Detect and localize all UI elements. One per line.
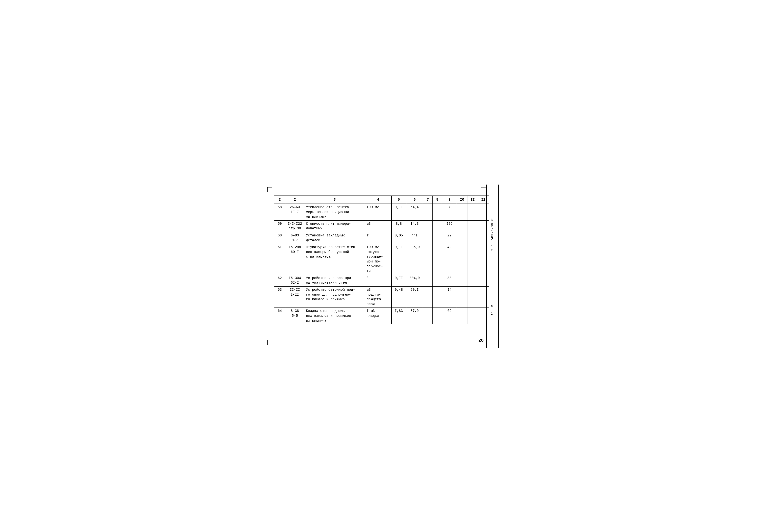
cell-1-col3: Стоимость плит минера-ловатных [304, 221, 365, 232]
cell-0-col2: 26–63II-7 [285, 204, 304, 221]
cell-6-col9: 69 [442, 308, 457, 324]
table-row: 62I5-3046I-IУстройство каркаса приоштука… [274, 275, 489, 286]
cell-2-col11 [467, 232, 478, 244]
cell-3-col6: 386,0 [406, 244, 423, 275]
corner-bl [267, 340, 272, 345]
cell-0-col9: 7 [442, 204, 457, 221]
table-row: 63II-III-IIУстройство бетонной под-готов… [274, 287, 489, 308]
cell-5-col11 [467, 287, 478, 308]
cell-5-col4: м3подсти-лающегослоя [365, 287, 391, 308]
header-col4: 4 [365, 196, 391, 204]
cell-3-col11 [467, 244, 478, 275]
cell-6-col5: I,83 [391, 308, 406, 324]
cell-1-col10 [457, 221, 467, 232]
doc-code-label: т.п. 503-г-30.85 [490, 217, 494, 251]
cell-4-col4: " [365, 275, 391, 286]
table-row: 606–839-7Установка закладныхдеталейт0,05… [274, 232, 489, 244]
cell-6-col11 [467, 308, 478, 324]
header-col10: IO [457, 196, 467, 204]
cell-3-col9: 42 [442, 244, 457, 275]
page-container: т.п. 503-г-30.85 Ал. V 28 I 2 3 4 5 6 7 … [265, 185, 498, 348]
header-col1: I [274, 196, 285, 204]
cell-4-col11 [467, 275, 478, 286]
cell-0-col1: 58 [274, 204, 285, 221]
cell-6-col3: Кладка стен подполь-ных каналов и приямк… [304, 308, 365, 324]
cell-0-col4: IOO м2 [365, 204, 391, 221]
cell-2-col3: Установка закладныхдеталей [304, 232, 365, 244]
header-col8: 8 [433, 196, 442, 204]
table-row: 59I-I-I22стр.90Стоимость плит минера-лов… [274, 221, 489, 232]
cell-0-col8 [433, 204, 442, 221]
cell-6-col2: 8–385-5 [285, 308, 304, 324]
header-col6: 6 [406, 196, 423, 204]
header-col5: 5 [391, 196, 406, 204]
header-col7: 7 [423, 196, 433, 204]
cell-5-col2: II-III-II [285, 287, 304, 308]
cell-4-col5: 0,II [391, 275, 406, 286]
cell-2-col10 [457, 232, 467, 244]
table-header-row: I 2 3 4 5 6 7 8 9 IO II I2 [274, 196, 489, 204]
cell-2-col9: 22 [442, 232, 457, 244]
cell-0-col10 [457, 204, 467, 221]
cell-3-col1: 6I [274, 244, 285, 275]
cell-1-col6: I4,3 [406, 221, 423, 232]
cell-3-col3: Штукатурка по сетке стенвенткамеры без у… [304, 244, 365, 275]
cell-0-col7 [423, 204, 433, 221]
cell-2-col2: 6–839-7 [285, 232, 304, 244]
cell-1-col1: 59 [274, 221, 285, 232]
cell-6-col6: 37,9 [406, 308, 423, 324]
cell-1-col2: I-I-I22стр.90 [285, 221, 304, 232]
table-row: 648–385-5Кладка стен подполь-ных каналов… [274, 308, 489, 324]
cell-1-col8 [433, 221, 442, 232]
cell-2-col4: т [365, 232, 391, 244]
cell-5-col10 [457, 287, 467, 308]
cell-6-col4: I м3кладки [365, 308, 391, 324]
cell-4-col9: 33 [442, 275, 457, 286]
cell-3-col5: 0,II [391, 244, 406, 275]
main-table: I 2 3 4 5 6 7 8 9 IO II I2 5826–63II-7Ут… [274, 196, 489, 324]
cell-4-col3: Устройство каркаса приоштукатуривании ст… [304, 275, 365, 286]
section-label: Ал. V [490, 305, 494, 315]
header-col9: 9 [442, 196, 457, 204]
right-labels: т.п. 503-г-30.85 Ал. V [486, 185, 498, 348]
header-col11: II [467, 196, 478, 204]
cell-4-col2: I5-3046I-I [285, 275, 304, 286]
cell-6-col7 [423, 308, 433, 324]
cell-5-col7 [423, 287, 433, 308]
cell-0-col11 [467, 204, 478, 221]
cell-2-col1: 60 [274, 232, 285, 244]
cell-5-col3: Устройство бетонной под-готовки для подп… [304, 287, 365, 308]
cell-1-col9: I26 [442, 221, 457, 232]
cell-5-col8 [433, 287, 442, 308]
cell-4-col1: 62 [274, 275, 285, 286]
cell-1-col4: м3 [365, 221, 391, 232]
cell-1-col5: 8,8 [391, 221, 406, 232]
header-col3: 3 [304, 196, 365, 204]
cell-1-col11 [467, 221, 478, 232]
cell-3-col2: I5-29860-I [285, 244, 304, 275]
cell-5-col1: 63 [274, 287, 285, 308]
corner-tr [481, 187, 486, 192]
page-number: 28 [478, 338, 484, 343]
cell-3-col10 [457, 244, 467, 275]
table-row: 6II5-29860-IШтукатурка по сетке стенвент… [274, 244, 489, 275]
cell-2-col6: 44I [406, 232, 423, 244]
header-col2: 2 [285, 196, 304, 204]
table-row: 5826–63II-7Утепление стен вентка-меры те… [274, 204, 489, 221]
cell-6-col10 [457, 308, 467, 324]
cell-5-col5: 0,48 [391, 287, 406, 308]
cell-3-col8 [433, 244, 442, 275]
cell-4-col8 [433, 275, 442, 286]
cell-0-col5: 0,II [391, 204, 406, 221]
cell-0-col3: Утепление стен вентка-меры теплоизоляцио… [304, 204, 365, 221]
cell-4-col7 [423, 275, 433, 286]
cell-0-col6: 64,4 [406, 204, 423, 221]
cell-4-col10 [457, 275, 467, 286]
cell-2-col7 [423, 232, 433, 244]
cell-5-col6: 29,I [406, 287, 423, 308]
cell-4-col6: 304,0 [406, 275, 423, 286]
cell-5-col9: I4 [442, 287, 457, 308]
cell-6-col8 [433, 308, 442, 324]
cell-3-col7 [423, 244, 433, 275]
cell-1-col7 [423, 221, 433, 232]
